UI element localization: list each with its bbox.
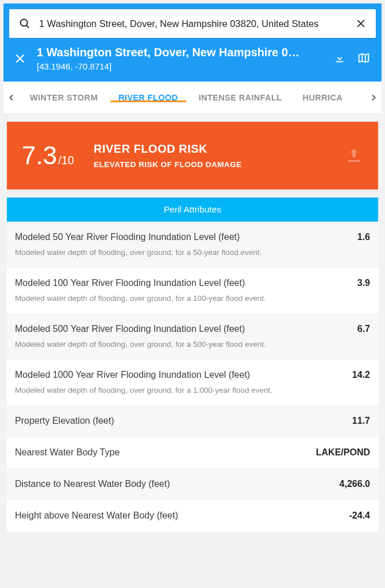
tab-intense-rainfall[interactable]: INTENSE RAINFALL	[188, 93, 292, 102]
attribute-value: -24.4	[349, 510, 370, 521]
risk-subtitle: ELEVATED RISK OF FLOOD DAMAGE	[94, 160, 325, 169]
tabs-bar: WINTER STORMRIVER FLOODINTENSE RAINFALLH…	[3, 82, 382, 114]
tab-hurrica[interactable]: HURRICA	[292, 93, 353, 102]
address-actions	[333, 52, 371, 65]
attribute-value: 1.6	[357, 232, 370, 242]
search-input[interactable]	[31, 18, 355, 29]
search-icon	[18, 17, 31, 30]
attribute-description: Modeled water depth of flooding, over gr…	[15, 294, 370, 303]
attribute-row: Nearest Water Body TypeLAKE/POND	[7, 437, 378, 469]
attribute-label: Modeled 100 Year River Flooding Inundati…	[15, 278, 245, 288]
clear-search-icon[interactable]	[355, 18, 367, 29]
attribute-row: Distance to Nearest Water Body (feet)4,2…	[7, 469, 378, 500]
tab-winter-storm[interactable]: WINTER STORM	[20, 93, 108, 102]
risk-score: 7.3 /10	[22, 141, 74, 170]
attribute-value: 4,266.0	[340, 479, 370, 489]
risk-score-denominator: /10	[58, 154, 74, 167]
attribute-row: Modeled 1000 Year River Flooding Inundat…	[7, 359, 378, 405]
risk-title: RIVER FLOOD RISK	[94, 142, 325, 156]
svg-point-0	[21, 20, 28, 26]
attribute-row: Modeled 50 Year River Flooding Inundatio…	[7, 222, 378, 268]
tab-scroll-right[interactable]	[365, 93, 382, 102]
map-icon[interactable]	[357, 52, 371, 65]
address-title: 1 Washington Street, Dover, New Hampshir…	[37, 46, 323, 59]
tab-scroll-left[interactable]	[3, 93, 20, 102]
risk-score-number: 7.3	[22, 141, 57, 170]
attribute-label: Modeled 500 Year River Flooding Inundati…	[15, 324, 245, 334]
attribute-value: 11.7	[352, 416, 370, 426]
attributes-list: Modeled 50 Year River Flooding Inundatio…	[7, 222, 378, 532]
attribute-row: Height above Nearest Water Body (feet)-2…	[7, 500, 378, 532]
attribute-label: Property Elevation (feet)	[15, 416, 114, 426]
risk-card: 7.3 /10 RIVER FLOOD RISK ELEVATED RISK O…	[7, 122, 378, 189]
close-address-icon[interactable]	[14, 52, 26, 65]
attribute-label: Distance to Nearest Water Body (feet)	[15, 479, 170, 489]
header: 1 Washington Street, Dover, New Hampshir…	[3, 3, 382, 82]
tab-river-flood[interactable]: RIVER FLOOD	[108, 93, 188, 102]
attribute-row: Modeled 100 Year River Flooding Inundati…	[7, 268, 378, 314]
attribute-value: 3.9	[357, 278, 370, 288]
attribute-label: Modeled 50 Year River Flooding Inundatio…	[15, 232, 240, 242]
attribute-row: Modeled 500 Year River Flooding Inundati…	[7, 314, 378, 359]
attribute-label: Height above Nearest Water Body (feet)	[15, 510, 178, 521]
attribute-label: Nearest Water Body Type	[15, 447, 120, 458]
download-icon[interactable]	[333, 52, 347, 65]
attribute-value: LAKE/POND	[316, 447, 370, 458]
address-coords: [43.1946, -70.8714]	[37, 61, 323, 71]
attribute-description: Modeled water depth of flooding, over gr…	[15, 340, 370, 349]
attribute-description: Modeled water depth of flooding, over gr…	[15, 248, 370, 257]
attribute-description: Modeled water depth of flooding, over gr…	[15, 386, 370, 394]
attribute-row: Property Elevation (feet)11.7	[7, 405, 378, 437]
attribute-label: Modeled 1000 Year River Flooding Inundat…	[15, 370, 250, 380]
attribute-value: 14.2	[352, 370, 370, 380]
upload-icon[interactable]	[345, 146, 363, 165]
svg-line-1	[26, 25, 29, 28]
section-header: Peril Attributes	[7, 198, 378, 222]
attribute-value: 6.7	[357, 324, 370, 334]
address-row: 1 Washington Street, Dover, New Hampshir…	[9, 38, 376, 71]
search-bar	[9, 9, 376, 38]
